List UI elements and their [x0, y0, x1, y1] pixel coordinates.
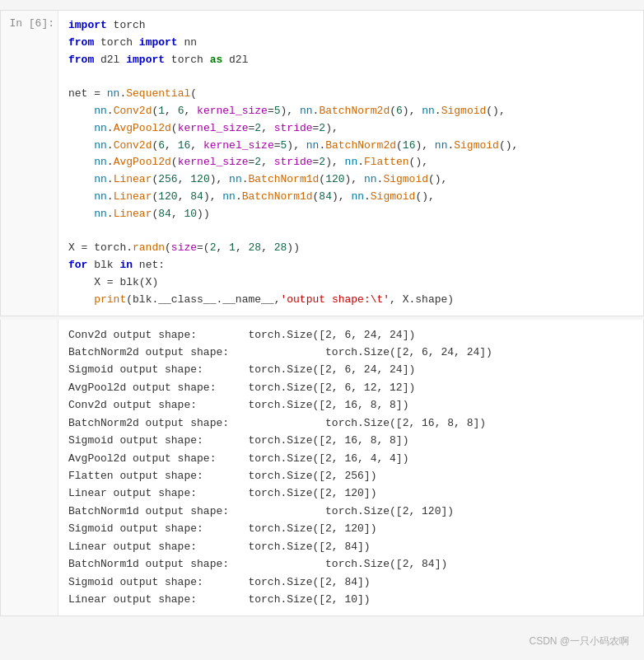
output-content: Conv2d output shape: torch.Size([2, 6, 2…: [58, 320, 502, 616]
kw-import2: import: [139, 36, 178, 49]
notebook-container: In [6]: import torch from torch import n…: [0, 0, 644, 660]
code-line-14: X = torch.randn(size=(2, 1, 28, 28)): [68, 240, 633, 257]
output-line-3: Sigmoid output shape: torch.Size([2, 6, …: [68, 361, 492, 378]
output-line-13: Linear output shape: torch.Size([2, 84]): [68, 538, 492, 555]
output-line-4: AvgPool2d output shape: torch.Size([2, 6…: [68, 379, 492, 396]
code-line-5: net = nn.Sequential(: [68, 86, 633, 103]
kw-as: as: [210, 54, 223, 66]
code-line-11: nn.Linear(120, 84), nn.BatchNorm1d(84), …: [68, 189, 633, 206]
output-label: [48, 326, 54, 339]
input-cell: In [6]: import torch from torch import n…: [0, 10, 644, 316]
code-line-blank1: [68, 68, 633, 86]
cls-sequential: nn: [107, 87, 120, 100]
output-line-8: AvgPool2d output shape: torch.Size([2, 1…: [68, 450, 492, 467]
output-cell: Conv2d output shape: torch.Size([2, 6, 2…: [0, 320, 644, 616]
output-line-5: Conv2d output shape: torch.Size([2, 16, …: [68, 396, 492, 414]
code-line-6: nn.Conv2d(1, 6, kernel_size=5), nn.Batch…: [68, 103, 633, 120]
code-line-blank2: [68, 223, 633, 241]
code-line-12: nn.Linear(84, 10)): [68, 206, 633, 223]
output-line-11: BatchNorm1d output shape: torch.Size([2,…: [68, 503, 492, 520]
code-line-2: from torch import nn: [68, 35, 633, 52]
output-line-12: Sigmoid output shape: torch.Size([2, 120…: [68, 520, 492, 537]
kw-from1: from: [68, 36, 94, 49]
output-line-10: Linear output shape: torch.Size([2, 120]…: [68, 484, 492, 502]
code-line-16: X = blk(X): [68, 274, 633, 292]
output-line-16: Linear output shape: torch.Size([2, 10]): [68, 591, 492, 608]
code-line-9: nn.AvgPool2d(kernel_size=2, stride=2), n…: [68, 154, 633, 171]
code-line-3: from d2l import torch as d2l: [68, 52, 633, 69]
watermark: CSDN @一只小码农啊: [529, 634, 629, 648]
cell-label: In [6]:: [9, 17, 54, 30]
output-line-1: Conv2d output shape: torch.Size([2, 6, 2…: [68, 326, 492, 344]
output-gutter: [1, 320, 58, 616]
notebook-wrapper: In [6]: import torch from torch import n…: [0, 0, 644, 660]
code-line-8: nn.Conv2d(6, 16, kernel_size=5), nn.Batc…: [68, 138, 633, 155]
output-line-9: Flatten output shape: torch.Size([2, 256…: [68, 467, 492, 484]
cell-code[interactable]: import torch from torch import nn from d…: [58, 11, 643, 316]
code-line-7: nn.AvgPool2d(kernel_size=2, stride=2),: [68, 120, 633, 138]
output-line-6: BatchNorm2d output shape: torch.Size([2,…: [68, 414, 492, 432]
code-line-15: for blk in net:: [68, 257, 633, 274]
code-line-17: print(blk.__class__.__name__,'output sha…: [68, 292, 633, 309]
kw-import1: import: [68, 19, 107, 31]
cell-gutter: In [6]:: [1, 11, 58, 316]
output-line-14: BatchNorm1d output shape: torch.Size([2,…: [68, 555, 492, 573]
code-line-1: import torch: [68, 17, 633, 35]
fn-sequential: Sequential: [126, 87, 190, 100]
code-line-10: nn.Linear(256, 120), nn.BatchNorm1d(120)…: [68, 171, 633, 189]
output-line-15: Sigmoid output shape: torch.Size([2, 84]…: [68, 573, 492, 591]
output-line-2: BatchNorm2d output shape: torch.Size([2,…: [68, 344, 492, 361]
kw-from2: from: [68, 54, 94, 66]
kw-import3: import: [126, 54, 165, 66]
output-line-7: Sigmoid output shape: torch.Size([2, 16,…: [68, 432, 492, 449]
